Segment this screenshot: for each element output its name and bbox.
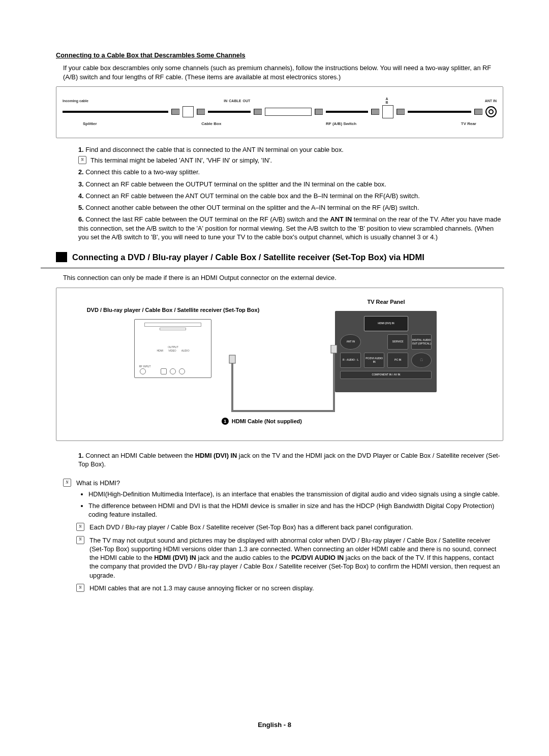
tv-rear-panel-label: TV Rear Panel (284, 298, 488, 306)
tv-rear-label: TV Rear (461, 121, 476, 127)
svg-rect-1 (331, 345, 337, 353)
cable-label: CABLE (229, 99, 241, 103)
device-box-icon: OUTPUT HDMI VIDEO AUDIO RF INPUT (134, 319, 211, 378)
ant-in-label: ANT IN (485, 99, 497, 103)
bullet-1: HDMI(High-Definition Multimedia Interfac… (88, 490, 503, 498)
what-is-hdmi-note: N What is HDMI? (63, 479, 503, 487)
device-label: DVD / Blu-ray player / Cable Box / Satel… (71, 306, 275, 314)
step-2: 2. Connect this cable to a two-way split… (78, 168, 503, 176)
step-1-note: This terminal might be labeled 'ANT IN',… (90, 156, 272, 165)
out-label: OUT (242, 99, 250, 103)
incoming-cable-label: Incoming cable (63, 99, 88, 103)
hdmi-cable-label: HDMI Cable (Not supplied) (232, 418, 302, 425)
section-intro: This connection can only be made if ther… (63, 273, 503, 282)
step-3: 3. Connect an RF cable between the OUTPU… (78, 180, 503, 188)
circled-1-icon: 1 (222, 418, 229, 425)
hdmi-steps: 1. Connect an HDMI Cable between the HDM… (63, 451, 503, 469)
cable-box-label: Cable Box (201, 121, 221, 127)
rf-steps: 1. Find and disconnect the cable that is… (63, 145, 503, 241)
ant-port-icon (485, 106, 497, 117)
note-icon: N (76, 523, 84, 531)
rf-diagram: Incoming cable IN CABLE OUT A B ANT IN (56, 86, 503, 138)
subnote-3: N HDMI cables that are not 1.3 may cause… (76, 584, 503, 592)
note-icon: N (76, 584, 84, 592)
step-4: 4. Connect an RF cable between the ANT O… (78, 192, 503, 200)
switch-b-label: B (386, 101, 388, 104)
note-icon: N (63, 479, 71, 487)
step-6: 6. Connect the last RF cable between the… (78, 215, 503, 241)
note-icon: N (76, 536, 84, 544)
tv-panel-icon: HDMI (DVI) IN ANT IN SERVICE DIGITAL AUD… (335, 311, 437, 392)
subheading: Connecting to a Cable Box that Descrambl… (56, 51, 503, 59)
bullet-2: The difference between HDMI and DVI is t… (88, 501, 503, 519)
note-icon: N (78, 156, 86, 164)
switch-a-label: A (386, 97, 388, 101)
subnote-2: N The TV may not output sound and pictur… (76, 536, 503, 580)
page-footer: English - 8 (258, 720, 291, 730)
hdmi-diagram: DVD / Blu-ray player / Cable Box / Satel… (56, 288, 503, 441)
hdmi-cable-icon (217, 345, 349, 416)
rf-switch-label: RF (A/B) Switch (326, 121, 356, 127)
step-1: 1. Find and disconnect the cable that is… (78, 145, 503, 165)
section-bar-icon (56, 252, 67, 262)
subnote-1: N Each DVD / Blu-ray player / Cable Box … (76, 523, 503, 531)
intro-paragraph: If your cable box descrambles only some … (63, 64, 503, 81)
section-title: Connecting a DVD / Blu-ray player / Cabl… (72, 251, 424, 263)
splitter-label: Splitter (83, 121, 97, 127)
in-label: IN (224, 99, 227, 103)
svg-rect-0 (229, 355, 235, 363)
hdmi-bullets: HDMI(High-Definition Multimedia Interfac… (80, 490, 503, 519)
step-5: 5. Connect another cable between the oth… (78, 203, 503, 212)
hdmi-step-1: 1. Connect an HDMI Cable between the HDM… (78, 451, 503, 469)
